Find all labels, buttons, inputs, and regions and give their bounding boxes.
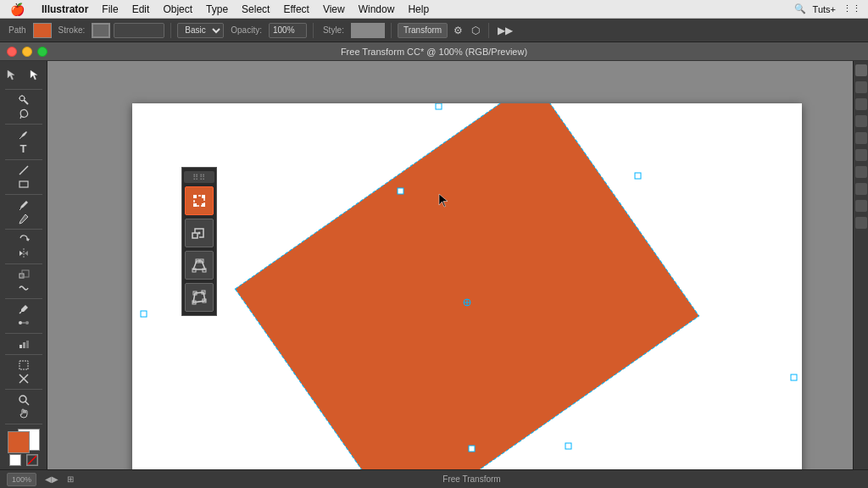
coordinates-display: ⊞ [67,474,74,484]
rs-btn-3[interactable] [855,98,867,110]
canvas-svg[interactable] [132,103,802,469]
left-toolbar: T [0,61,47,469]
tuts-plus[interactable]: Tuts+ [813,4,836,14]
menu-type[interactable]: Type [199,3,235,15]
svg-line-27 [28,456,36,464]
anchor-top-left[interactable] [398,188,403,194]
tool-sep9 [5,354,42,355]
tool-sep6 [5,263,42,264]
pen-tool[interactable] [13,129,35,141]
panel-handle[interactable]: ⠿⠿ [184,171,214,183]
blend-tool[interactable] [13,317,35,329]
svg-line-15 [19,312,21,313]
style-swatch[interactable] [351,23,385,38]
paintbrush-tool[interactable] [13,198,35,210]
anchor-right-bottom[interactable] [791,374,797,380]
direct-select-tool[interactable] [24,64,46,85]
rs-btn-1[interactable] [855,64,867,76]
constrain-proportions-btn[interactable] [185,219,214,247]
rs-btn-6[interactable] [855,149,867,161]
rotate-tool[interactable] [13,234,35,246]
menu-edit[interactable]: Edit [125,3,157,15]
maximize-button[interactable] [37,47,47,57]
status-arrows: ◀▶ [45,474,58,484]
perspective-distort-btn[interactable] [185,251,214,280]
transform-btn[interactable]: Transform [398,23,448,38]
rs-btn-8[interactable] [855,183,867,195]
anchor-top[interactable] [436,103,442,109]
fill-swatch[interactable] [33,23,52,38]
sidebar-toggle[interactable]: ▶▶ [495,25,515,36]
rs-btn-5[interactable] [855,132,867,144]
stroke-style-dropdown[interactable]: Basic [177,23,224,38]
menu-search-icon[interactable]: 🔍 [794,3,806,14]
menu-view[interactable]: View [316,3,352,15]
opacity-input[interactable] [269,23,307,38]
anchor-bottom[interactable] [565,443,571,449]
rs-btn-9[interactable] [855,200,867,212]
sep4 [488,23,489,38]
hand-tool[interactable] [13,408,35,419]
transform-options-icon[interactable]: ⚙ [451,25,465,36]
tool-sep5 [5,229,42,230]
slice-tool[interactable] [13,373,35,385]
svg-point-16 [19,321,22,324]
warp-tool[interactable] [13,282,35,294]
fill-color-swatch[interactable] [8,431,30,453]
reflect-tool[interactable] [13,247,35,259]
svg-line-0 [24,100,28,104]
rs-btn-10[interactable] [855,217,867,229]
menu-object[interactable]: Object [156,3,199,15]
menu-select[interactable]: Select [235,3,276,15]
rs-btn-4[interactable] [855,115,867,127]
type-tool[interactable]: T [13,142,35,155]
zoom-tool[interactable] [13,393,35,405]
apple-logo[interactable]: 🍎 [0,3,35,16]
color-swatch-area [8,431,40,451]
menu-window[interactable]: Window [352,3,402,15]
rs-btn-7[interactable] [855,166,867,178]
free-distort-btn[interactable] [185,283,214,312]
no-color-btn[interactable] [26,454,38,466]
select-tool[interactable] [1,64,23,85]
svg-point-17 [25,321,29,324]
artboard [132,103,802,469]
swap-colors-btn[interactable] [9,454,21,466]
stroke-label: Stroke: [55,25,89,35]
menu-file[interactable]: File [95,3,125,15]
tool-sep4 [5,194,42,195]
scale-tool[interactable] [13,269,35,280]
rs-btn-2[interactable] [855,81,867,93]
artboard-tool[interactable] [13,358,35,370]
svg-rect-9 [19,181,28,187]
menu-right-items: 🔍 Tuts+ ⋮⋮ [794,3,868,14]
svg-point-25 [19,396,26,402]
menu-effect[interactable]: Effect [276,3,315,15]
stroke-swatch[interactable] [92,23,110,38]
close-button[interactable] [7,47,17,57]
stroke-width-input[interactable] [114,23,164,38]
menu-help[interactable]: Help [401,3,436,15]
graph-tool[interactable] [13,338,35,350]
tool-name-status: Free Transform [82,474,861,484]
canvas-area[interactable]: ⠿⠿ [47,61,853,469]
tool-sep3 [5,159,42,160]
arrange-icon[interactable]: ⬡ [469,25,482,36]
magic-wand-tool[interactable] [13,94,35,106]
tool-sep7 [5,298,42,299]
zoom-menu[interactable]: 100% [7,473,36,486]
anchor-left[interactable] [141,311,147,317]
line-tool[interactable] [13,164,35,175]
shape-tool[interactable] [13,178,35,190]
svg-point-39 [198,232,201,235]
anchor-right-top[interactable] [635,173,641,179]
free-transform-btn[interactable] [185,186,214,215]
tool-sep2 [5,124,42,125]
lasso-tool[interactable] [13,108,35,119]
pencil-tool[interactable] [13,213,35,225]
menu-control-icon[interactable]: ⋮⋮ [843,3,861,14]
anchor-mid-bottom[interactable] [469,446,475,452]
eyedropper-tool[interactable] [13,303,35,315]
minimize-button[interactable] [22,47,32,57]
svg-rect-36 [202,195,205,198]
